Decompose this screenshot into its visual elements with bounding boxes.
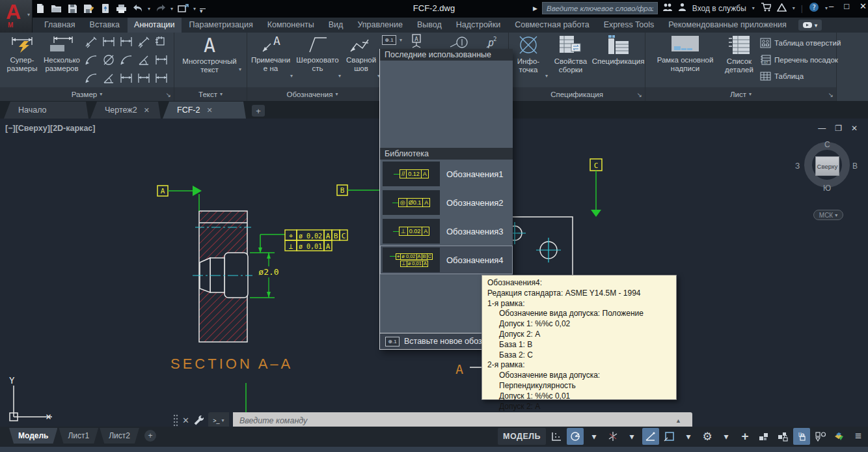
tab-vyvod[interactable]: Вывод (411, 18, 448, 33)
object-snap-icon[interactable] (661, 428, 678, 445)
workspace-settings-icon[interactable]: ⚙ (699, 428, 716, 445)
signin-label[interactable]: Вход в службы (692, 4, 746, 13)
tab-annotacii[interactable]: Аннотации (128, 18, 181, 33)
app-manager-icon[interactable] (777, 3, 787, 14)
roughness-button[interactable]: Шероховатость (294, 35, 341, 73)
app-dropdown-icon[interactable]: ▾ (793, 5, 795, 11)
tab-rekomendovannye[interactable]: Рекомендованные приложения (662, 18, 793, 33)
multiple-dimensions-button[interactable]: Несколько размеров (42, 35, 82, 73)
title-block-frame-button[interactable]: Рамка основной надписи (651, 35, 720, 73)
panel-bom-slideout-icon[interactable]: ↘ (637, 91, 642, 98)
tab-vstavka[interactable]: Вставка (83, 18, 126, 33)
roughness-dropdown-icon[interactable]: ▾ (338, 73, 341, 79)
super-dimensions-button[interactable]: Супер-размеры (4, 35, 40, 73)
close-button[interactable]: ✕ (860, 1, 867, 11)
isometric-drafting-icon[interactable] (604, 428, 621, 445)
polar-tracking-dropdown-icon[interactable]: ▾ (586, 428, 603, 445)
user-icon[interactable] (678, 3, 686, 14)
position-number-button[interactable]: p2 (484, 35, 500, 49)
mtext-dropdown-icon[interactable]: ▾ (239, 66, 241, 72)
application-menu-button[interactable]: A▾ М (0, 0, 33, 33)
command-history-up-icon[interactable]: ▲ (675, 417, 681, 424)
table-button[interactable]: Таблица (760, 72, 804, 81)
file-tab-fcf2[interactable]: FCF-2✕ (163, 102, 246, 119)
balloon-button[interactable] (449, 35, 468, 49)
layout-tab-sheet1[interactable]: Лист1 (59, 428, 98, 444)
lock-ui-icon[interactable]: Ua (793, 428, 810, 445)
assembly-properties-button[interactable]: Свойства сборки (549, 35, 592, 74)
gallery-item-oboznacheniya2[interactable]: ◎Ø0.1A Обозначения2 (380, 188, 513, 217)
new-layout-button[interactable]: + (144, 430, 156, 442)
blocks-visibility-icon[interactable] (755, 428, 772, 445)
parts-list-button[interactable]: Список деталей (722, 35, 756, 74)
search-expand-icon[interactable]: ▶ (533, 5, 537, 12)
panel-sheet-footer[interactable]: Лист▾ (645, 87, 836, 101)
tab-sovmestnaya-rabota[interactable]: Совместная работа (508, 18, 595, 33)
leader-note-button[interactable]: A Примечание на (251, 35, 291, 73)
leader-note-dropdown-icon[interactable]: ▾ (290, 73, 293, 79)
grid-snap-icon[interactable] (548, 428, 565, 445)
viewcube-west[interactable]: З (795, 162, 800, 171)
bom-button[interactable]: Спецификация (593, 35, 643, 66)
weld-symbol-button[interactable]: Сварной шов (342, 35, 380, 73)
panel-sheet-slideout-icon[interactable]: ↘ (828, 91, 834, 98)
layout-tab-sheet2[interactable]: Лист2 (100, 428, 139, 444)
customization-menu-icon[interactable]: ≡ (850, 428, 867, 445)
command-bar-close-icon[interactable]: ✕ (182, 416, 189, 425)
isometric-dropdown-icon[interactable]: ▾ (623, 428, 640, 445)
help-dropdown-icon[interactable]: ▾ (825, 5, 828, 11)
keyword-search-input[interactable] (542, 2, 658, 14)
fit-list-button[interactable]: H7 Перечень посадок (760, 55, 838, 65)
minimize-button[interactable]: – (829, 1, 834, 11)
file-tab-start[interactable]: Начало (4, 102, 88, 119)
viewcube-north[interactable]: С (824, 140, 830, 149)
datum-identifier-button[interactable]: A (410, 34, 423, 48)
tab-express-tools[interactable]: Express Tools (597, 18, 661, 33)
layout-tab-model[interactable]: Модель (9, 428, 57, 444)
unlock-objects-icon[interactable] (774, 428, 791, 445)
dimension-tools-grid[interactable] (85, 36, 170, 87)
viewcube-face-top[interactable]: Сверху (815, 156, 839, 176)
ribbon-display-toggle[interactable]: ▾ (798, 20, 822, 31)
file-tab-drawing2[interactable]: Чертеж2✕ (90, 102, 161, 119)
tab-vid[interactable]: Вид (322, 18, 350, 33)
signin-dropdown-icon[interactable]: ▾ (752, 5, 755, 11)
model-space-toggle[interactable]: МОДЕЛЬ (498, 428, 546, 445)
panel-bom-footer[interactable]: Спецификация (509, 87, 645, 101)
crosshair-icon[interactable]: + (737, 428, 753, 445)
search-people-icon[interactable] (662, 3, 673, 14)
graphics-performance-icon[interactable] (831, 428, 848, 445)
mtext-button[interactable]: A Многострочный текст (177, 35, 242, 74)
cart-icon[interactable] (761, 3, 771, 14)
info-point-button[interactable]: Инфо-точка (511, 35, 545, 74)
tab-glavnaya[interactable]: Главная (38, 18, 82, 33)
gallery-item-oboznacheniya4[interactable]: ⌖ø 0,02ABC ⊥ø 0,01A Обозначения4 (380, 246, 513, 274)
object-snap-tracking-icon[interactable] (642, 428, 659, 445)
info-point-dropdown-icon[interactable]: ▾ (545, 73, 548, 79)
fcf-gallery-button[interactable]: ⊕.1▾ (382, 35, 402, 45)
close-tab-icon[interactable]: ✕ (206, 106, 212, 115)
workspace-settings-dropdown-icon[interactable]: ▾ (718, 428, 735, 445)
viewcube-south[interactable]: Ю (823, 184, 831, 193)
wcs-menu[interactable]: МСК▾ (813, 210, 843, 220)
gallery-item-oboznacheniya1[interactable]: //0.12A Обозначения1 (380, 160, 513, 188)
object-snap-dropdown-icon[interactable]: ▾ (680, 428, 697, 445)
panel-size-footer[interactable]: Размер▾ (0, 87, 174, 101)
command-bar-grip[interactable] (173, 414, 178, 428)
polar-tracking-icon[interactable] (567, 428, 584, 445)
command-wrench-icon[interactable] (193, 415, 204, 426)
panel-text-footer[interactable]: Текст▾ (174, 87, 247, 101)
close-tab-icon[interactable]: ✕ (144, 106, 150, 115)
tab-komponenty[interactable]: Компоненты (261, 18, 321, 33)
maximize-button[interactable]: □ (844, 1, 849, 11)
hole-table-button[interactable]: Таблица отверстий (760, 38, 841, 48)
viewcube-east[interactable]: В (852, 162, 858, 171)
tab-upravlenie[interactable]: Управление (351, 18, 409, 33)
tab-nadstroyki[interactable]: Надстройки (450, 18, 508, 33)
panel-size-slideout-icon[interactable]: ↘ (166, 91, 171, 98)
selection-filtering-icon[interactable] (812, 428, 829, 445)
help-icon[interactable]: ? (809, 2, 819, 14)
tab-parametrizaciya[interactable]: Параметризация (183, 18, 260, 33)
gallery-item-oboznacheniya3[interactable]: ⊥0.02A Обозначения3 (380, 217, 513, 246)
panel-symbols-footer[interactable]: Обозначения▾ (247, 87, 377, 101)
